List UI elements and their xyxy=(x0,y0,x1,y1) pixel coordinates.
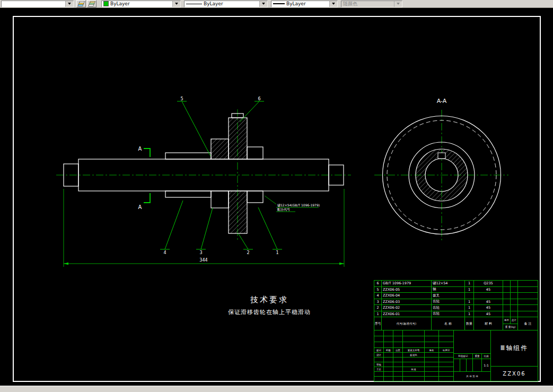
parts-cell xyxy=(511,311,518,318)
parts-cell xyxy=(465,293,474,299)
parts-cell xyxy=(511,293,518,299)
parts-cell xyxy=(518,287,538,293)
parts-cell: GB/T 1096-1979 xyxy=(382,281,432,287)
parts-header-qty: 数量 xyxy=(465,317,474,330)
plotstyle-dropdown: 随颜色 xyxy=(341,1,402,7)
callout-numbers: 5 6 4 3 2 1 xyxy=(163,97,278,255)
linetype-dropdown-arrow-icon[interactable] xyxy=(259,1,267,7)
gear-rim-bottom xyxy=(229,191,247,233)
color-swatch-icon xyxy=(103,1,109,6)
title-block: 标记 处数 分区 更改文件号 签名 年月日 设计 标准化 审核 工艺 批准 xyxy=(374,330,538,381)
parts-cell: 5 xyxy=(374,287,382,293)
sheets-label: 共 张 第 张 xyxy=(454,372,491,381)
title-block-revision-area: 标记 处数 分区 更改文件号 签名 年月日 设计 标准化 审核 工艺 批准 xyxy=(374,330,454,381)
tech-requirements: 技术要求 保证滑移齿轮在轴上平稳滑动 xyxy=(228,295,311,316)
callout-6: 6 xyxy=(258,97,260,101)
leader-note-line1: 键12×54(GB/T 1096-1979) xyxy=(277,203,320,207)
standard-label: 标准化 xyxy=(403,353,425,358)
keyway xyxy=(438,153,445,159)
parts-cell: ZZX06-04 xyxy=(382,293,432,299)
parts-cell: 45 xyxy=(474,287,503,293)
make-object-layer-current-button[interactable] xyxy=(76,0,86,7)
process-label: 工艺 xyxy=(374,367,384,372)
layers-icon xyxy=(77,1,85,7)
section-view-a-a: A-A xyxy=(374,98,508,242)
revision-header: 分区 xyxy=(393,348,403,353)
lineweight-dropdown-arrow-icon[interactable] xyxy=(329,1,337,7)
parts-cell xyxy=(503,305,511,311)
stage-label: 阶段标记 xyxy=(454,354,473,359)
parts-cell: 45 xyxy=(474,311,503,318)
layer-stack-icon xyxy=(88,1,95,7)
lineweight-sample-icon xyxy=(273,3,285,4)
hub-right-top xyxy=(247,147,263,159)
parts-cell: 45 xyxy=(474,299,503,306)
parts-cell: ZZX06-02 xyxy=(382,305,432,311)
linetype-sample-icon xyxy=(186,4,202,4)
plotstyle-dropdown-value: 随颜色 xyxy=(341,1,394,7)
parts-cell: 1 xyxy=(465,299,474,306)
hub-left-bottom xyxy=(211,191,229,208)
parts-cell: 3 xyxy=(374,299,382,306)
callouts xyxy=(160,101,282,249)
parts-header-name: 名 称 xyxy=(432,317,465,330)
linetype-dropdown-value: ByLayer xyxy=(204,1,223,6)
audit-label: 审核 xyxy=(374,362,384,367)
section-view-label: A-A xyxy=(437,98,447,104)
drawing-title: Ⅲ轴组件 xyxy=(491,330,538,367)
model-space-canvas[interactable]: A A 5 6 4 3 2 1 xyxy=(0,8,553,386)
parts-cell xyxy=(518,311,538,318)
revision-header: 年月日 xyxy=(439,348,454,353)
approve-label: 批准 xyxy=(403,367,425,372)
revision-header: 处数 xyxy=(384,348,393,353)
parts-cell: 轴 xyxy=(432,287,465,293)
title-block-stage-area: 阶段标记 重量 比例 1:1 共 张 第 张 xyxy=(454,330,491,381)
callout-2: 2 xyxy=(247,250,249,255)
parts-cell xyxy=(503,287,511,293)
parts-cell: 2 xyxy=(374,305,382,311)
lineweight-dropdown[interactable]: ByLayer xyxy=(271,1,338,7)
tech-req-title: 技术要求 xyxy=(250,295,288,304)
parts-cell xyxy=(503,299,511,306)
parts-header-material: 材 料 xyxy=(474,317,503,330)
tech-req-body: 保证滑移齿轮在轴上平稳滑动 xyxy=(228,309,311,316)
parts-cell: ZZX06-05 xyxy=(382,287,432,293)
layer-properties-button[interactable] xyxy=(87,0,96,7)
parts-cell: Q235 xyxy=(474,281,503,287)
parts-cell xyxy=(503,311,511,318)
color-dropdown-arrow-icon[interactable] xyxy=(172,1,180,7)
parts-header-no: 序号 xyxy=(374,317,382,330)
design-label: 设计 xyxy=(374,353,384,358)
plotstyle-dropdown-arrow-icon xyxy=(394,1,402,7)
parts-cell: ZZX06-01 xyxy=(382,311,432,318)
section-cut-marks: A A xyxy=(138,146,150,210)
parts-cell: 齿轮 xyxy=(432,311,465,318)
parts-cell: 齿轮 xyxy=(432,305,465,311)
parts-cell: 1 xyxy=(465,287,474,293)
parts-cell xyxy=(511,305,518,311)
linetype-dropdown[interactable]: ByLayer xyxy=(184,1,268,7)
parts-list-table: 6 GB/T 1096-1979 键12×54 1 Q235 5 ZZX06-0… xyxy=(374,280,538,330)
leader-note: 键12×54(GB/T 1096-1979) 配合代号 xyxy=(265,196,320,212)
parts-header-code: 代号(标准代号) xyxy=(382,317,432,330)
parts-cell xyxy=(503,293,511,299)
parts-cell: 拨叉 xyxy=(432,293,465,299)
hub-right-bottom xyxy=(247,191,263,203)
color-dropdown[interactable]: ByLayer xyxy=(101,1,181,7)
parts-cell: 6 xyxy=(374,281,382,287)
callout-3: 3 xyxy=(199,250,202,255)
revision-header: 更改文件号 xyxy=(403,348,425,353)
leader-note-line2: 配合代号 xyxy=(277,207,290,212)
parts-cell xyxy=(503,281,511,287)
parts-cell: 45 xyxy=(474,305,503,311)
status-bar xyxy=(0,386,553,392)
parts-header-weight-unit: 重 量(kg) xyxy=(503,324,517,330)
parts-cell xyxy=(474,293,503,299)
color-dropdown-value: ByLayer xyxy=(110,1,130,6)
parts-header-weight: 单件 总计 重 量(kg) xyxy=(503,317,518,330)
layer-dropdown-arrow-icon[interactable] xyxy=(65,1,73,7)
weight-label: 重量 xyxy=(473,354,482,359)
revision-header: 标记 xyxy=(374,348,384,353)
parts-cell xyxy=(518,281,538,287)
layer-dropdown[interactable] xyxy=(1,1,74,7)
